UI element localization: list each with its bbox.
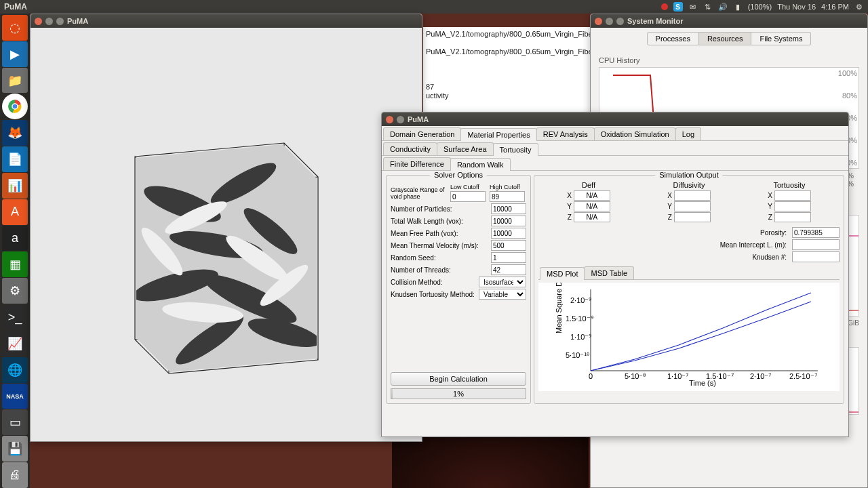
minimize-icon[interactable] <box>397 116 404 123</box>
minimize-icon[interactable] <box>606 18 613 25</box>
date[interactable]: Thu Nov 16 <box>777 3 816 11</box>
volume-icon[interactable]: 🔊 <box>718 2 728 12</box>
battery-icon[interactable]: ▮ <box>733 2 743 12</box>
tab-tortuosity[interactable]: Tortuosity <box>493 143 538 156</box>
launcher-impress-icon[interactable]: 📊 <box>2 173 28 199</box>
maximize-icon[interactable] <box>56 18 64 25</box>
session-icon[interactable]: ⚙ <box>854 2 864 12</box>
puma-sub-tabs: Conductivity Surface Area Tortuosity <box>382 141 848 156</box>
svg-text:2·10⁻⁹: 2·10⁻⁹ <box>570 296 591 304</box>
svg-text:5·10⁻¹⁰: 5·10⁻¹⁰ <box>566 351 590 359</box>
viewer-titlebar[interactable]: PuMA <box>31 14 422 28</box>
diff-y[interactable] <box>674 201 711 211</box>
walk-length-input[interactable] <box>491 216 526 226</box>
minimize-icon[interactable] <box>45 18 53 25</box>
deff-x[interactable] <box>574 190 610 201</box>
high-cutoff-input[interactable] <box>490 191 525 202</box>
num-threads-input[interactable] <box>491 264 526 275</box>
tab-processes[interactable]: Processes <box>647 32 699 45</box>
tab-rev-analysis[interactable]: REV Analysis <box>536 127 595 140</box>
launcher-monitor-icon[interactable]: 📈 <box>2 331 28 357</box>
close-icon[interactable] <box>386 116 393 123</box>
launcher-workspace-icon[interactable]: ▭ <box>2 409 28 435</box>
knudsen-method-select[interactable]: Variable <box>479 289 526 300</box>
tab-oxidation-simulation[interactable]: Oxidation Simulation <box>594 127 676 140</box>
solver-title: Solver Options <box>430 171 487 179</box>
puma-method-tabs: Finite Difference Random Walk <box>382 156 848 171</box>
deff-y[interactable] <box>574 201 610 211</box>
sysmon-tabs: Processes Resources File Systems <box>591 28 867 49</box>
tab-log[interactable]: Log <box>675 127 701 140</box>
low-cutoff-input[interactable] <box>450 191 486 202</box>
desktop: PuMA_V2.1/tomography/800_0.65um_Virgin_F… <box>30 14 868 488</box>
puma-main-tabs: Domain Generation Material Properties RE… <box>382 126 848 141</box>
tort-z[interactable] <box>774 212 811 222</box>
tort-x[interactable] <box>774 190 811 201</box>
porosity-output[interactable] <box>792 227 840 238</box>
tab-surface-area[interactable]: Surface Area <box>437 142 494 155</box>
solver-options-panel: Solver Options Grayscale Range of void p… <box>386 175 531 404</box>
begin-calculation-button[interactable]: Begin Calculation <box>391 372 526 386</box>
mean-free-path-input[interactable] <box>491 228 526 239</box>
random-seed-input[interactable] <box>491 252 526 263</box>
launcher-disk-icon[interactable]: 💾 <box>2 436 28 462</box>
svg-text:1·10⁻⁹: 1·10⁻⁹ <box>570 333 591 341</box>
launcher-firefox-icon[interactable]: 🦊 <box>2 120 28 146</box>
tab-finite-difference[interactable]: Finite Difference <box>383 157 451 170</box>
skype-icon[interactable]: S <box>673 2 683 12</box>
puma-title: PuMA <box>408 115 429 123</box>
time[interactable]: 4:16 PM <box>821 3 849 11</box>
launcher-media-icon[interactable]: ▶ <box>2 41 28 67</box>
tort-y[interactable] <box>774 201 811 211</box>
launcher-settings-icon[interactable]: ⚙ <box>2 278 28 304</box>
viewer-3d-canvas[interactable] <box>31 28 422 441</box>
launcher-files-icon[interactable]: 📁 <box>2 68 28 94</box>
tab-random-walk[interactable]: Random Walk <box>450 158 511 171</box>
launcher-terminal-icon[interactable]: >_ <box>2 304 28 330</box>
tab-resources[interactable]: Resources <box>699 32 752 45</box>
launcher-chrome-icon[interactable] <box>2 94 28 119</box>
puma-titlebar[interactable]: PuMA <box>382 113 848 126</box>
launcher-printer-icon[interactable]: 🖨 <box>2 462 28 488</box>
collision-method-select[interactable]: Isosurface <box>479 277 526 287</box>
mean-intercept-output[interactable] <box>792 239 840 250</box>
launcher-nasa-icon[interactable]: NASA <box>2 384 28 409</box>
tab-msd-plot[interactable]: MSD Plot <box>540 267 585 280</box>
viewer-title: PuMA <box>67 17 88 25</box>
launcher: ◌ ▶ 📁 🦊 📄 📊 A a ▦ ⚙ >_ 📈 🌐 NASA ▭ 💾 🖨 <box>0 14 30 488</box>
launcher-software-icon[interactable]: A <box>2 199 28 225</box>
tab-filesystems[interactable]: File Systems <box>751 32 811 45</box>
svg-text:0: 0 <box>589 372 593 380</box>
svg-text:2·10⁻⁷: 2·10⁻⁷ <box>750 372 771 380</box>
num-particles-input[interactable] <box>491 203 526 214</box>
record-indicator-icon[interactable] <box>661 3 668 10</box>
mail-icon[interactable]: ✉ <box>688 2 698 12</box>
fiber-cube-render <box>81 82 372 387</box>
svg-text:2.5·10⁻⁷: 2.5·10⁻⁷ <box>789 372 817 380</box>
svg-point-2 <box>12 104 18 109</box>
launcher-amazon-icon[interactable]: a <box>2 226 28 251</box>
tab-conductivity[interactable]: Conductivity <box>383 142 437 155</box>
sysmon-title: System Monitor <box>627 17 684 25</box>
diff-x[interactable] <box>674 190 711 201</box>
diff-z[interactable] <box>674 212 711 222</box>
sysmon-titlebar[interactable]: System Monitor <box>591 14 867 28</box>
svg-text:1·10⁻⁷: 1·10⁻⁷ <box>667 372 688 380</box>
tab-domain-generation[interactable]: Domain Generation <box>383 127 461 140</box>
deff-z[interactable] <box>574 212 610 222</box>
maximize-icon[interactable] <box>616 18 624 25</box>
launcher-globe-icon[interactable]: 🌐 <box>2 357 28 383</box>
network-icon[interactable]: ⇅ <box>703 2 713 12</box>
grayscale-label: Grayscale Range of void phase <box>391 186 448 200</box>
knudsen-num-output[interactable] <box>792 251 840 262</box>
tab-material-properties[interactable]: Material Properties <box>460 128 536 141</box>
close-icon[interactable] <box>35 18 42 25</box>
tab-msd-table[interactable]: MSD Table <box>584 266 634 279</box>
close-icon[interactable] <box>595 18 602 25</box>
active-app-name: PuMA <box>4 2 661 12</box>
launcher-writer-icon[interactable]: 📄 <box>2 146 28 172</box>
launcher-dash-icon[interactable]: ◌ <box>2 15 28 41</box>
mean-thermal-velocity-input[interactable] <box>491 240 526 251</box>
deff-column: Deff X Y Z <box>567 181 610 223</box>
launcher-calc-icon[interactable]: ▦ <box>2 251 28 277</box>
